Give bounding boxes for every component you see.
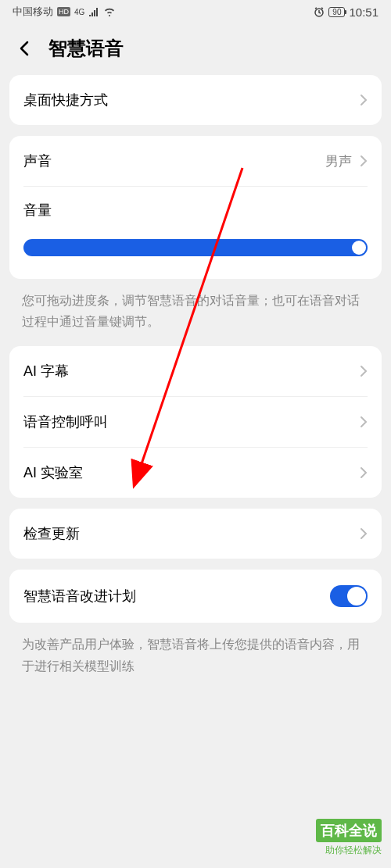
card-improvement: 智慧语音改进计划 <box>9 570 382 623</box>
shortcut-label: 桌面快捷方式 <box>23 91 108 109</box>
network-label: 4G <box>74 8 84 16</box>
ai-subtitle-label: AI 字幕 <box>23 362 69 380</box>
improvement-label: 智慧语音改进计划 <box>23 587 136 605</box>
voice-call-label: 语音控制呼叫 <box>23 413 108 431</box>
volume-slider[interactable] <box>23 238 368 257</box>
carrier-label: 中国移动 <box>13 5 53 19</box>
watermark-main: 百科全说 <box>316 819 382 842</box>
status-bar: 中国移动 HD 4G 90 10:51 <box>0 0 391 23</box>
card-ai-features: AI 字幕 语音控制呼叫 AI 实验室 <box>9 346 382 498</box>
slider-track <box>23 239 368 256</box>
volume-description: 您可拖动进度条，调节智慧语音的对话音量；也可在语音对话过程中通过音量键调节。 <box>0 290 391 346</box>
status-right: 90 10:51 <box>314 5 378 19</box>
improvement-toggle[interactable] <box>330 585 368 607</box>
row-ai-subtitle[interactable]: AI 字幕 <box>9 346 382 396</box>
chevron-right-icon <box>360 527 368 540</box>
sound-value: 男声 <box>325 152 352 170</box>
time-label: 10:51 <box>349 5 378 19</box>
chevron-right-icon <box>360 155 368 167</box>
status-left: 中国移动 HD 4G <box>13 5 116 19</box>
row-check-update[interactable]: 检查更新 <box>9 509 382 559</box>
chevron-right-icon <box>360 94 368 106</box>
back-button[interactable] <box>16 39 34 58</box>
chevron-right-icon <box>360 416 368 428</box>
watermark: 百科全说 助你轻松解决 <box>316 819 382 857</box>
row-voice-control-call[interactable]: 语音控制呼叫 <box>9 397 382 447</box>
toggle-thumb <box>347 587 366 605</box>
chevron-right-icon <box>360 466 368 479</box>
card-update: 检查更新 <box>9 509 382 559</box>
signal-icon <box>88 7 99 16</box>
slider-thumb[interactable] <box>352 241 366 255</box>
watermark-sub: 助你轻松解决 <box>316 844 382 857</box>
check-update-label: 检查更新 <box>23 524 80 543</box>
improvement-description: 为改善产品用户体验，智慧语音将上传您提供的语音内容，用于进行相关模型训练 <box>0 634 391 676</box>
sound-label: 声音 <box>23 152 52 170</box>
page-header: 智慧语音 <box>0 23 391 75</box>
battery-icon: 90 <box>328 7 345 17</box>
ai-lab-label: AI 实验室 <box>23 463 83 482</box>
card-shortcut: 桌面快捷方式 <box>9 75 382 125</box>
page-title: 智慧语音 <box>48 36 124 61</box>
row-improvement-plan: 智慧语音改进计划 <box>9 570 382 623</box>
row-ai-lab[interactable]: AI 实验室 <box>9 448 382 498</box>
row-volume: 音量 <box>9 187 382 279</box>
hd-badge-icon: HD <box>57 7 70 16</box>
volume-label: 音量 <box>23 202 52 218</box>
row-desktop-shortcut[interactable]: 桌面快捷方式 <box>9 75 382 125</box>
wifi-icon <box>103 7 116 16</box>
row-sound[interactable]: 声音 男声 <box>9 136 382 186</box>
chevron-right-icon <box>360 365 368 377</box>
card-sound: 声音 男声 音量 <box>9 136 382 279</box>
alarm-icon <box>314 6 325 17</box>
